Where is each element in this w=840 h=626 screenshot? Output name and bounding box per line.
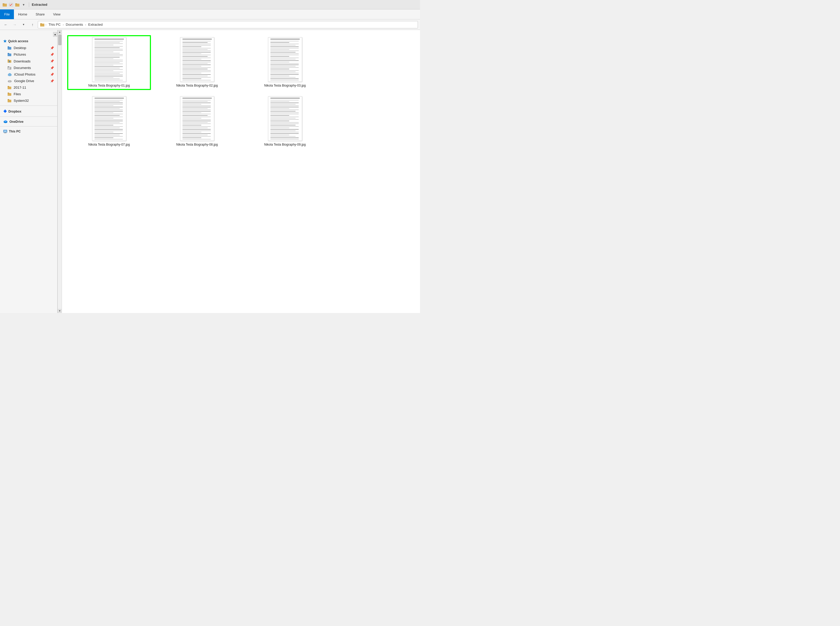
breadcrumb-this-pc[interactable]: This PC	[47, 22, 62, 27]
doc-line	[94, 58, 113, 59]
quick-access-header[interactable]: ★ Quick access	[0, 37, 57, 45]
sidebar-item-icloud[interactable]: iCloud Photos 📌	[0, 71, 57, 78]
this-pc-header[interactable]: This PC	[0, 128, 57, 134]
doc-line	[270, 119, 299, 120]
onedrive-header[interactable]: OneDrive	[0, 118, 57, 125]
doc-line	[182, 69, 208, 69]
doc-line	[94, 50, 123, 51]
sidebar-item-downloads[interactable]: Downloads 📌	[0, 58, 57, 64]
doc-line	[94, 119, 123, 120]
sidebar-container: ▲ ★ Quick access Desktop 📌	[0, 30, 62, 313]
doc-line	[182, 41, 211, 41]
up-button[interactable]: ↑	[29, 21, 36, 28]
doc-line	[270, 41, 299, 41]
file-item-03[interactable]: Nikola Tesla Biography-03.jpg	[243, 35, 327, 90]
sidebar-item-pictures[interactable]: Pictures 📌	[0, 51, 57, 58]
scroll-up-button[interactable]: ▲	[53, 32, 57, 37]
doc-line	[270, 49, 289, 50]
doc-line	[270, 114, 299, 114]
doc-line	[270, 124, 299, 124]
file-name-02: Nikola Tesla Biography-02.jpg	[176, 83, 218, 88]
menu-bar: File Home Share View	[0, 9, 420, 19]
menu-view[interactable]: View	[49, 9, 64, 19]
sidebar-desktop-label: Desktop	[14, 46, 26, 50]
doc-line	[94, 53, 120, 53]
file-thumbnail-inner-03	[268, 38, 302, 81]
menu-share[interactable]: Share	[31, 9, 49, 19]
checkmark-icon[interactable]	[8, 2, 14, 7]
doc-line	[182, 104, 201, 105]
doc-line	[270, 128, 289, 128]
documents-pin-icon: 📌	[50, 66, 54, 70]
sidebar-item-files[interactable]: Files	[0, 91, 57, 97]
doc-line	[94, 115, 120, 116]
doc-line	[270, 58, 299, 58]
menu-file[interactable]: File	[0, 9, 14, 19]
breadcrumb-documents[interactable]: Documents	[65, 22, 84, 27]
doc-line	[94, 57, 120, 57]
scrollbar-up-arrow[interactable]: ▲	[58, 30, 62, 34]
sidebar: ▲ ★ Quick access Desktop 📌	[0, 30, 58, 313]
doc-line	[270, 78, 299, 79]
breadcrumb-extracted[interactable]: Extracted	[87, 22, 104, 27]
svg-rect-14	[8, 66, 9, 67]
doc-line	[270, 67, 299, 68]
sidebar-system32-label: System32	[14, 99, 29, 103]
svg-rect-30	[8, 93, 11, 96]
icloud-icon	[7, 73, 12, 76]
address-bar[interactable]: › This PC › Documents › Extracted	[38, 21, 418, 28]
documents-folder-icon	[7, 66, 11, 70]
svg-rect-39	[4, 130, 6, 132]
folder-system32-icon	[7, 99, 11, 103]
file-item-07[interactable]: Nikola Tesla Biography-07.jpg	[67, 94, 151, 149]
doc-line	[270, 63, 299, 64]
downloads-pin-icon: 📌	[50, 59, 54, 63]
dropdown-icon[interactable]: ▼	[21, 2, 26, 7]
dropbox-header[interactable]: ❖ Dropbox	[0, 107, 57, 115]
folder-icon-2	[15, 2, 20, 7]
doc-line	[182, 56, 208, 56]
files-grid: Nikola Tesla Biography-01.jpg	[65, 33, 417, 151]
doc-line	[94, 44, 123, 44]
doc-line	[270, 115, 289, 116]
file-thumbnail-inner-08	[180, 97, 214, 141]
doc-line	[182, 108, 208, 109]
forward-button[interactable]: →	[11, 21, 18, 28]
file-item-08[interactable]: Nikola Tesla Biography-08.jpg	[155, 94, 239, 149]
sidebar-2017-label: 2017-11	[14, 86, 26, 89]
doc-line	[270, 52, 296, 52]
doc-line	[182, 115, 208, 116]
doc-line	[94, 66, 123, 67]
back-button[interactable]: ←	[2, 21, 9, 28]
scrollbar-down-arrow[interactable]: ▼	[58, 309, 62, 313]
doc-line	[94, 136, 123, 136]
downloads-folder-icon	[7, 59, 11, 63]
sidebar-item-documents[interactable]: Documents 📌	[0, 64, 57, 71]
doc-line	[94, 135, 120, 135]
doc-line	[94, 77, 113, 78]
doc-line	[182, 39, 212, 39]
doc-line	[182, 111, 211, 111]
file-item-01[interactable]: Nikola Tesla Biography-01.jpg	[67, 35, 151, 90]
scrollbar-thumb[interactable]	[58, 34, 61, 45]
sidebar-item-2017-11[interactable]: 2017-11	[0, 84, 57, 91]
doc-line	[94, 113, 113, 113]
doc-line	[94, 49, 123, 49]
doc-line	[270, 111, 296, 111]
sidebar-divider-3	[0, 126, 57, 127]
file-item-02[interactable]: Nikola Tesla Biography-02.jpg	[155, 35, 239, 90]
menu-home[interactable]: Home	[14, 9, 31, 19]
sidebar-divider-2	[0, 116, 57, 117]
file-name-01: Nikola Tesla Biography-01.jpg	[88, 83, 130, 88]
sidebar-item-gdrive[interactable]: Google Drive 📌	[0, 78, 57, 84]
sidebar-item-desktop[interactable]: Desktop 📌	[0, 45, 57, 51]
sidebar-item-system32[interactable]: System32	[0, 97, 57, 104]
folder-icon	[2, 2, 7, 7]
doc-line	[94, 101, 120, 102]
doc-line	[270, 73, 299, 73]
doc-line	[94, 132, 113, 132]
file-item-09[interactable]: Nikola Tesla Biography-09.jpg	[243, 94, 327, 149]
dropdown-recent-button[interactable]: ▾	[20, 21, 27, 28]
svg-rect-15	[8, 67, 10, 68]
doc-line	[94, 54, 123, 55]
